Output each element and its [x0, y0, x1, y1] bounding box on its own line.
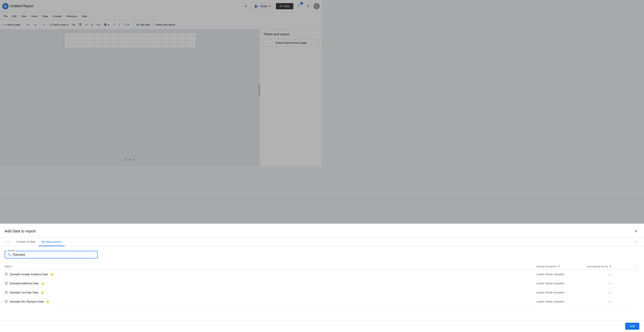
modal-overlay: Add data to report ✕ ‹ Connect to data M… [0, 0, 322, 166]
